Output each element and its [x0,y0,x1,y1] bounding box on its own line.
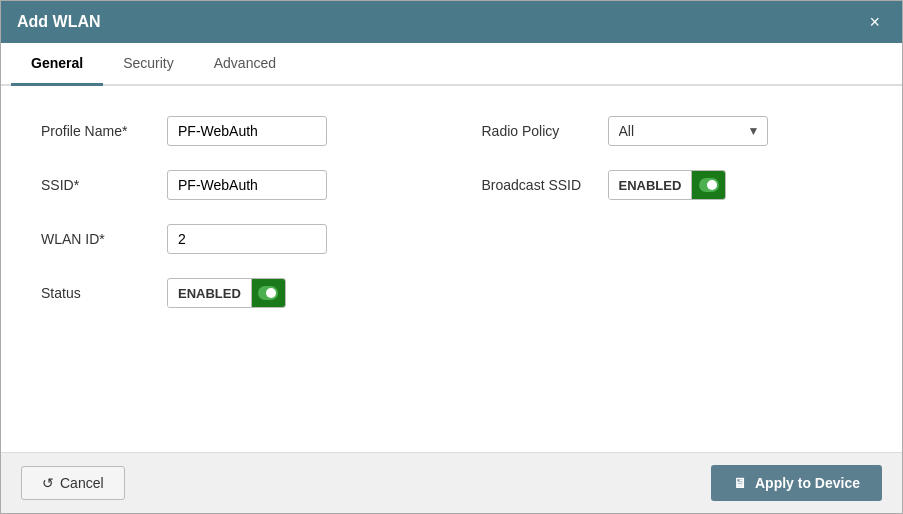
radio-policy-label: Radio Policy [482,123,592,139]
broadcast-ssid-toggle-switch[interactable] [691,171,725,199]
apply-label: Apply to Device [755,475,860,491]
dialog-body: Profile Name* SSID* WLAN ID* Status [1,86,902,452]
cancel-button[interactable]: ↺ Cancel [21,466,125,500]
tab-bar: General Security Advanced [1,43,902,86]
ssid-input[interactable] [167,170,327,200]
add-wlan-dialog: Add WLAN × General Security Advanced Pro… [0,0,903,514]
close-button[interactable]: × [863,11,886,33]
tab-advanced[interactable]: Advanced [194,43,296,86]
broadcast-ssid-row: Broadcast SSID ENABLED [482,170,863,200]
wlan-id-row: WLAN ID* [41,224,422,254]
wlan-id-label: WLAN ID* [41,231,151,247]
status-row: Status ENABLED [41,278,422,308]
radio-policy-select-wrapper: All 2.4 GHz 5 GHz 6 GHz ▼ [608,116,768,146]
wlan-id-input[interactable] [167,224,327,254]
radio-policy-row: Radio Policy All 2.4 GHz 5 GHz 6 GHz ▼ [482,116,863,146]
tab-general[interactable]: General [11,43,103,86]
status-label: Status [41,285,151,301]
status-toggle-switch[interactable] [251,279,285,307]
profile-name-label: Profile Name* [41,123,151,139]
dialog-header: Add WLAN × [1,1,902,43]
radio-policy-select[interactable]: All 2.4 GHz 5 GHz 6 GHz [608,116,768,146]
ssid-row: SSID* [41,170,422,200]
status-toggle[interactable]: ENABLED [167,278,286,308]
cancel-label: Cancel [60,475,104,491]
broadcast-ssid-toggle-indicator [699,178,719,192]
broadcast-ssid-toggle-text: ENABLED [609,172,692,199]
undo-icon: ↺ [42,475,54,491]
ssid-label: SSID* [41,177,151,193]
device-icon: 🖥 [733,475,747,491]
broadcast-ssid-label: Broadcast SSID [482,177,592,193]
status-toggle-text: ENABLED [168,280,251,307]
profile-name-input[interactable] [167,116,327,146]
profile-name-row: Profile Name* [41,116,422,146]
broadcast-ssid-toggle[interactable]: ENABLED [608,170,727,200]
dialog-footer: ↺ Cancel 🖥 Apply to Device [1,452,902,513]
dialog-title: Add WLAN [17,13,101,31]
form-grid: Profile Name* SSID* WLAN ID* Status [41,116,862,308]
tab-security[interactable]: Security [103,43,194,86]
status-toggle-indicator [258,286,278,300]
apply-to-device-button[interactable]: 🖥 Apply to Device [711,465,882,501]
